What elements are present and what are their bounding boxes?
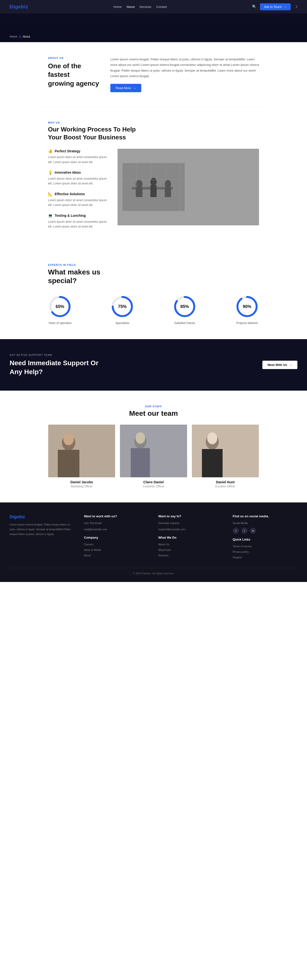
- breadcrumb-home[interactable]: Home: [10, 35, 17, 38]
- team-heading: Meet our team: [48, 409, 259, 417]
- process-image: [118, 149, 259, 225]
- process-image-container: [118, 149, 259, 235]
- stat-label-1: Years of operation: [48, 321, 72, 325]
- process-item-4: 💻 Testing & Lunching Lorem ipsum dolor s…: [48, 213, 110, 229]
- team-member-role-1: Marketing Officer: [48, 485, 115, 488]
- process-item-1: 👍 Perfect Strategy Lorem ipsum dolor sit…: [48, 149, 110, 164]
- team-card-3: Daniel Hunt Excutive Officer: [192, 425, 259, 488]
- stats-grid: 65% Years of operation 75% Specialists: [48, 294, 259, 325]
- about-tag: ABOUT US: [48, 57, 101, 59]
- footer-col-4: Find us on social media. Social Media f …: [233, 514, 297, 561]
- footer-col3-heading: Want to say hi?: [158, 514, 223, 518]
- stat-label-4: Projects deliverd: [237, 321, 258, 325]
- support-section: 24/7 ACTIVE SUPPORT TEAM Need Immediate …: [0, 339, 307, 391]
- footer-about-text: Lorem ipsum viverra feugiat. Pellen tesq…: [10, 522, 74, 536]
- footer-link-services[interactable]: Services: [158, 554, 168, 557]
- about-right: Lorem ipsum viverra feugiat. Pellen tesq…: [110, 57, 259, 92]
- team-photo-1: [48, 425, 115, 477]
- svg-point-5: [150, 178, 157, 186]
- about-left: ABOUT US One of the fastest growing agen…: [48, 57, 101, 92]
- process-item-title-1: 👍 Perfect Strategy: [48, 149, 110, 153]
- process-item-2: 💡 Innovative Ideas Lorem ipsum dolor sit…: [48, 170, 110, 186]
- footer-col4-links: Terms of service Privacy policy Support: [233, 544, 297, 559]
- thumbs-up-icon: 👍: [48, 149, 53, 153]
- team-member-name-2: Claire Daniel: [120, 480, 187, 484]
- footer-col-about: Digebiz Lorem ipsum viverra feugiat. Pel…: [10, 514, 74, 561]
- site-logo[interactable]: Digebiz: [10, 4, 28, 10]
- footer-bottom: © 2024 Digebiz. All rights reserved.: [10, 568, 297, 575]
- footer-copyright: © 2024 Digebiz. All rights reserved.: [133, 572, 174, 575]
- breadcrumb-current: About: [22, 35, 30, 38]
- dark-mode-icon[interactable]: ☽: [294, 5, 297, 9]
- footer-col2-subheading: Company: [84, 536, 149, 539]
- footer-col2-heading: Want to work with us?: [84, 514, 149, 518]
- team-member-name-3: Daniel Hunt: [192, 480, 259, 484]
- nav-contact[interactable]: Contact: [156, 5, 167, 9]
- support-tag: 24/7 ACTIVE SUPPORT TEAM: [10, 353, 98, 356]
- footer-col3-email[interactable]: support@example.com: [158, 527, 223, 532]
- read-more-button[interactable]: Read More: [110, 84, 141, 92]
- nav-services[interactable]: Services: [139, 5, 151, 9]
- svg-rect-6: [150, 185, 157, 197]
- hero-banner: Home ❯ About: [0, 13, 307, 42]
- footer-col2-email[interactable]: mail@example.com: [84, 527, 149, 532]
- footer-col-2: Want to work with us? Use This Email mai…: [84, 514, 149, 561]
- laptop-icon: 💻: [48, 213, 53, 218]
- footer-col3-cta[interactable]: Generate Inquires: [158, 521, 223, 526]
- team-member-role-2: Customer Officer: [120, 485, 187, 488]
- about-section: ABOUT US One of the fastest growing agen…: [0, 42, 307, 107]
- svg-point-34: [207, 432, 217, 444]
- team-photo-3: [192, 425, 259, 477]
- nav-home[interactable]: Home: [114, 5, 122, 9]
- process-item-3: 📐 Effective Solutions Lorem ipsum dolor …: [48, 192, 110, 208]
- svg-rect-31: [192, 425, 259, 477]
- team-tag: OUR STAFF: [48, 405, 259, 408]
- stat-circle-2: 75%: [110, 294, 134, 318]
- footer-link-terms[interactable]: Terms of service: [233, 545, 252, 548]
- team-section: OUR STAFF Meet our team Daniel Jacobs Ma…: [0, 391, 307, 503]
- stat-label-2: Specialists: [115, 321, 129, 325]
- ruler-icon: 📐: [48, 192, 53, 196]
- stat-3: 85% Satisfied Clients: [173, 294, 197, 325]
- footer-logo: Digebiz: [10, 514, 74, 519]
- meet-with-us-button[interactable]: Meet With Us: [262, 361, 297, 369]
- lightbulb-icon: 💡: [48, 170, 53, 175]
- stat-circle-4: 90%: [235, 294, 259, 318]
- process-item-title-2: 💡 Innovative Ideas: [48, 170, 110, 175]
- footer-col4-heading: Find us on social media.: [233, 514, 297, 518]
- nav-about[interactable]: About: [126, 5, 134, 9]
- social-icons: f t in: [233, 528, 297, 534]
- footer-col2-links: Careers News & Media About: [84, 542, 149, 557]
- special-heading: What makes us special?: [48, 268, 259, 285]
- twitter-icon[interactable]: t: [241, 528, 248, 534]
- process-section: WHY US Our Working Process To HelpYour B…: [0, 107, 307, 249]
- stat-1: 65% Years of operation: [48, 294, 72, 325]
- footer-link-support[interactable]: Support: [233, 556, 242, 559]
- support-left: 24/7 ACTIVE SUPPORT TEAM Need Immediate …: [10, 353, 98, 376]
- linkedin-icon[interactable]: in: [250, 528, 256, 534]
- nav-right: 🔍 Get In Touch ☽: [252, 3, 297, 10]
- special-tag: EXPERTS IN FIELD: [48, 263, 259, 266]
- nav-links: Home About Services Contact: [114, 5, 167, 9]
- footer-link-blog[interactable]: Blog Posts: [158, 549, 171, 551]
- svg-rect-27: [120, 425, 187, 477]
- footer-col-3: Want to say hi? Generate Inquires suppor…: [158, 514, 223, 561]
- search-icon[interactable]: 🔍: [252, 5, 257, 9]
- footer-link-careers[interactable]: Careers: [84, 543, 93, 546]
- footer-col4-subheading: Quick Links: [233, 538, 297, 541]
- footer-link-aboutus[interactable]: About Us: [158, 543, 169, 546]
- footer-col2-cta[interactable]: Use This Email: [84, 521, 149, 526]
- process-item-desc-3: Lorem ipsum dolor sit amet consectetur i…: [48, 198, 110, 208]
- process-items: 👍 Perfect Strategy Lorem ipsum dolor sit…: [48, 149, 110, 235]
- get-in-touch-button[interactable]: Get In Touch: [260, 3, 291, 10]
- special-section: EXPERTS IN FIELD What makes us special? …: [0, 249, 307, 339]
- footer: Digebiz Lorem ipsum viverra feugiat. Pel…: [0, 503, 307, 582]
- footer-link-privacy[interactable]: Privacy policy: [233, 550, 249, 553]
- team-photo-2: [120, 425, 187, 477]
- facebook-icon[interactable]: f: [233, 528, 239, 534]
- stat-label-3: Satisfied Clients: [174, 321, 195, 325]
- footer-link-news[interactable]: News & Media: [84, 549, 101, 551]
- footer-grid: Digebiz Lorem ipsum viverra feugiat. Pel…: [10, 514, 297, 561]
- footer-link-about[interactable]: About: [84, 554, 91, 557]
- support-heading: Need Immediate Support Or Any Help?: [10, 359, 98, 376]
